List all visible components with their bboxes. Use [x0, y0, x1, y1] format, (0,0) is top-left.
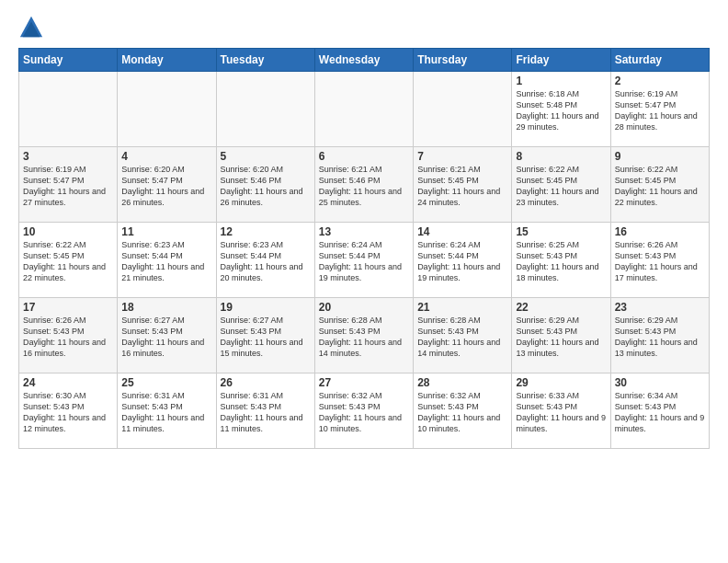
table-row: 11Sunrise: 6:23 AM Sunset: 5:44 PM Dayli…: [118, 223, 216, 298]
day-number: 23: [615, 301, 705, 314]
day-info: Sunrise: 6:19 AM Sunset: 5:47 PM Dayligh…: [23, 164, 113, 209]
day-info: Sunrise: 6:29 AM Sunset: 5:43 PM Dayligh…: [516, 315, 606, 360]
day-number: 22: [516, 301, 606, 314]
table-row: 26Sunrise: 6:31 AM Sunset: 5:43 PM Dayli…: [216, 373, 314, 449]
day-number: 5: [221, 150, 311, 163]
day-info: Sunrise: 6:29 AM Sunset: 5:43 PM Dayligh…: [615, 315, 705, 360]
table-row: [19, 72, 118, 147]
table-row: 28Sunrise: 6:32 AM Sunset: 5:43 PM Dayli…: [414, 373, 512, 449]
day-number: 3: [23, 150, 113, 163]
table-row: 25Sunrise: 6:31 AM Sunset: 5:43 PM Dayli…: [118, 373, 216, 449]
day-info: Sunrise: 6:22 AM Sunset: 5:45 PM Dayligh…: [615, 164, 705, 209]
day-number: 26: [221, 376, 311, 389]
day-header-sunday: Sunday: [19, 49, 118, 72]
day-info: Sunrise: 6:34 AM Sunset: 5:43 PM Dayligh…: [615, 390, 705, 435]
day-info: Sunrise: 6:21 AM Sunset: 5:45 PM Dayligh…: [417, 164, 507, 209]
day-info: Sunrise: 6:26 AM Sunset: 5:43 PM Dayligh…: [615, 239, 705, 284]
day-info: Sunrise: 6:32 AM Sunset: 5:43 PM Dayligh…: [319, 390, 409, 435]
day-number: 17: [23, 301, 113, 314]
table-row: [118, 72, 216, 147]
table-row: 17Sunrise: 6:26 AM Sunset: 5:43 PM Dayli…: [19, 298, 118, 373]
table-row: 22Sunrise: 6:29 AM Sunset: 5:43 PM Dayli…: [512, 298, 610, 373]
day-number: 7: [417, 150, 507, 163]
table-row: 29Sunrise: 6:33 AM Sunset: 5:43 PM Dayli…: [512, 373, 610, 449]
table-row: 16Sunrise: 6:26 AM Sunset: 5:43 PM Dayli…: [610, 223, 709, 298]
day-header-wednesday: Wednesday: [314, 49, 413, 72]
table-row: 1Sunrise: 6:18 AM Sunset: 5:48 PM Daylig…: [512, 72, 610, 147]
day-number: 19: [221, 301, 311, 314]
day-info: Sunrise: 6:31 AM Sunset: 5:43 PM Dayligh…: [221, 390, 311, 435]
day-info: Sunrise: 6:28 AM Sunset: 5:43 PM Dayligh…: [319, 315, 409, 360]
table-row: [314, 72, 413, 147]
day-number: 11: [121, 225, 211, 238]
day-number: 4: [121, 150, 211, 163]
table-row: 18Sunrise: 6:27 AM Sunset: 5:43 PM Dayli…: [118, 298, 216, 373]
day-number: 16: [615, 225, 705, 238]
week-row-4: 24Sunrise: 6:30 AM Sunset: 5:43 PM Dayli…: [19, 373, 710, 449]
table-row: 12Sunrise: 6:23 AM Sunset: 5:44 PM Dayli…: [216, 223, 314, 298]
day-info: Sunrise: 6:22 AM Sunset: 5:45 PM Dayligh…: [23, 239, 113, 284]
day-header-friday: Friday: [512, 49, 610, 72]
logo: [18, 15, 48, 40]
day-info: Sunrise: 6:20 AM Sunset: 5:47 PM Dayligh…: [121, 164, 211, 209]
table-row: 15Sunrise: 6:25 AM Sunset: 5:43 PM Dayli…: [512, 223, 610, 298]
day-number: 24: [23, 376, 113, 389]
week-row-1: 3Sunrise: 6:19 AM Sunset: 5:47 PM Daylig…: [19, 147, 710, 223]
day-number: 9: [615, 150, 705, 163]
day-number: 14: [417, 225, 507, 238]
logo-icon: [18, 15, 44, 40]
header: [18, 15, 710, 40]
day-info: Sunrise: 6:19 AM Sunset: 5:47 PM Dayligh…: [615, 88, 705, 133]
table-row: 30Sunrise: 6:34 AM Sunset: 5:43 PM Dayli…: [610, 373, 709, 449]
week-row-2: 10Sunrise: 6:22 AM Sunset: 5:45 PM Dayli…: [19, 223, 710, 298]
day-info: Sunrise: 6:28 AM Sunset: 5:43 PM Dayligh…: [417, 315, 507, 360]
day-number: 8: [516, 150, 606, 163]
table-row: 4Sunrise: 6:20 AM Sunset: 5:47 PM Daylig…: [118, 147, 216, 223]
day-info: Sunrise: 6:26 AM Sunset: 5:43 PM Dayligh…: [23, 315, 113, 360]
day-info: Sunrise: 6:20 AM Sunset: 5:46 PM Dayligh…: [221, 164, 311, 209]
day-info: Sunrise: 6:23 AM Sunset: 5:44 PM Dayligh…: [221, 239, 311, 284]
day-info: Sunrise: 6:23 AM Sunset: 5:44 PM Dayligh…: [121, 239, 211, 284]
table-row: 3Sunrise: 6:19 AM Sunset: 5:47 PM Daylig…: [19, 147, 118, 223]
calendar-header: SundayMondayTuesdayWednesdayThursdayFrid…: [19, 49, 710, 72]
days-of-week-row: SundayMondayTuesdayWednesdayThursdayFrid…: [19, 49, 710, 72]
day-info: Sunrise: 6:27 AM Sunset: 5:43 PM Dayligh…: [121, 315, 211, 360]
week-row-0: 1Sunrise: 6:18 AM Sunset: 5:48 PM Daylig…: [19, 72, 710, 147]
day-number: 15: [516, 225, 606, 238]
day-number: 27: [319, 376, 409, 389]
table-row: 21Sunrise: 6:28 AM Sunset: 5:43 PM Dayli…: [414, 298, 512, 373]
day-header-saturday: Saturday: [610, 49, 709, 72]
day-info: Sunrise: 6:25 AM Sunset: 5:43 PM Dayligh…: [516, 239, 606, 284]
day-number: 1: [516, 75, 606, 87]
table-row: 20Sunrise: 6:28 AM Sunset: 5:43 PM Dayli…: [314, 298, 413, 373]
calendar-table: SundayMondayTuesdayWednesdayThursdayFrid…: [18, 48, 710, 449]
day-number: 10: [23, 225, 113, 238]
day-number: 18: [121, 301, 211, 314]
day-header-thursday: Thursday: [414, 49, 512, 72]
table-row: [216, 72, 314, 147]
day-info: Sunrise: 6:18 AM Sunset: 5:48 PM Dayligh…: [516, 88, 606, 133]
day-info: Sunrise: 6:24 AM Sunset: 5:44 PM Dayligh…: [417, 239, 507, 284]
table-row: 14Sunrise: 6:24 AM Sunset: 5:44 PM Dayli…: [414, 223, 512, 298]
day-info: Sunrise: 6:24 AM Sunset: 5:44 PM Dayligh…: [319, 239, 409, 284]
table-row: 24Sunrise: 6:30 AM Sunset: 5:43 PM Dayli…: [19, 373, 118, 449]
calendar-body: 1Sunrise: 6:18 AM Sunset: 5:48 PM Daylig…: [19, 72, 710, 449]
day-header-tuesday: Tuesday: [216, 49, 314, 72]
table-row: 2Sunrise: 6:19 AM Sunset: 5:47 PM Daylig…: [610, 72, 709, 147]
day-info: Sunrise: 6:33 AM Sunset: 5:43 PM Dayligh…: [516, 390, 606, 435]
day-number: 20: [319, 301, 409, 314]
day-number: 21: [417, 301, 507, 314]
table-row: 8Sunrise: 6:22 AM Sunset: 5:45 PM Daylig…: [512, 147, 610, 223]
table-row: 27Sunrise: 6:32 AM Sunset: 5:43 PM Dayli…: [314, 373, 413, 449]
day-info: Sunrise: 6:22 AM Sunset: 5:45 PM Dayligh…: [516, 164, 606, 209]
table-row: 13Sunrise: 6:24 AM Sunset: 5:44 PM Dayli…: [314, 223, 413, 298]
table-row: 10Sunrise: 6:22 AM Sunset: 5:45 PM Dayli…: [19, 223, 118, 298]
day-number: 13: [319, 225, 409, 238]
week-row-3: 17Sunrise: 6:26 AM Sunset: 5:43 PM Dayli…: [19, 298, 710, 373]
day-number: 28: [417, 376, 507, 389]
page: SundayMondayTuesdayWednesdayThursdayFrid…: [0, 0, 728, 563]
day-number: 2: [615, 75, 705, 87]
table-row: [414, 72, 512, 147]
table-row: 9Sunrise: 6:22 AM Sunset: 5:45 PM Daylig…: [610, 147, 709, 223]
day-number: 12: [221, 225, 311, 238]
